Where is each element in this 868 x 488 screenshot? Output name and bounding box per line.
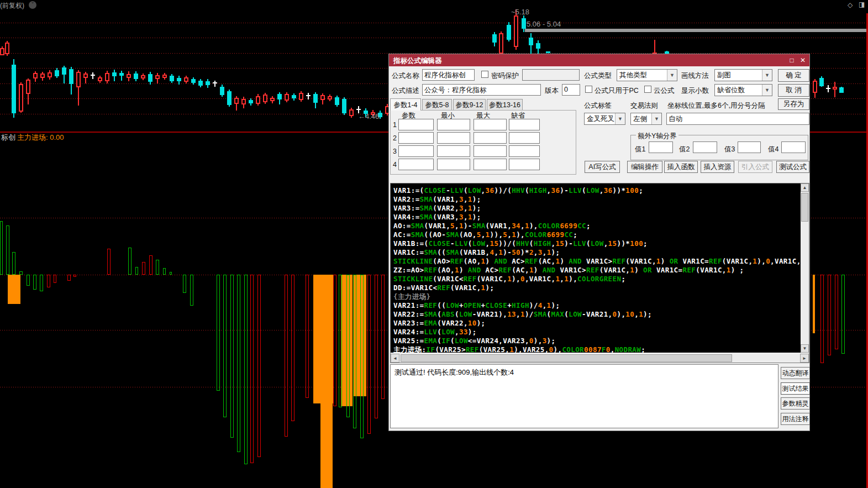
hist-bar-up — [217, 275, 220, 391]
cloud-formula-label: 云公式 — [654, 86, 675, 96]
param-cell-input[interactable] — [474, 119, 507, 130]
dropdown-arrow-icon[interactable]: ▼ — [615, 113, 625, 124]
save-as-button[interactable]: 另存为 — [778, 98, 809, 110]
hist-bar-down — [375, 275, 378, 418]
param-wizard-button[interactable]: 参数精灵 — [781, 397, 810, 410]
dialog-titlebar[interactable]: 指标公式编辑器 □ ✕ — [389, 54, 809, 66]
value2-input[interactable] — [693, 141, 717, 153]
trade-rule-select[interactable]: 左侧 ▼ — [630, 113, 662, 125]
axis-position-input[interactable]: 自动 — [666, 113, 809, 125]
param-cell-input[interactable] — [474, 132, 507, 144]
param-cell-input[interactable] — [437, 132, 470, 144]
candle-body-down — [134, 74, 138, 79]
param-cell-input[interactable] — [398, 119, 434, 130]
code-vertical-scrollbar[interactable]: ▲ ▼ — [801, 183, 809, 353]
close-icon[interactable]: ✕ — [798, 56, 807, 65]
ai-write-formula-button[interactable]: AI写公式 — [585, 161, 620, 173]
hist-bar-up — [339, 275, 342, 407]
dropdown-arrow-icon[interactable]: ▼ — [651, 113, 661, 124]
formula-desc-input[interactable]: 公众号：程序化指标 — [422, 84, 541, 96]
scroll-up-icon[interactable]: ▲ — [801, 183, 809, 192]
pc-only-checkbox[interactable] — [585, 86, 592, 93]
candle-body-down — [277, 94, 282, 99]
insert-function-button[interactable]: 插入函数 — [664, 161, 698, 173]
hist-bar-up — [841, 275, 845, 354]
hist-bar-up — [353, 275, 356, 428]
param-cell-input[interactable] — [509, 159, 540, 170]
minimize-icon[interactable]: □ — [787, 56, 796, 65]
horizontal-scroll-thumb[interactable] — [401, 354, 732, 362]
candle-body-up — [26, 80, 30, 94]
code-horizontal-scrollbar[interactable]: ◄ ► — [391, 354, 809, 363]
scroll-down-icon[interactable]: ▼ — [801, 344, 809, 353]
param-cell-input[interactable] — [509, 145, 540, 157]
edit-operation-button[interactable]: 编辑操作 — [627, 161, 662, 173]
hist-bar-up — [237, 275, 240, 452]
dropdown-arrow-icon[interactable]: ▼ — [762, 85, 772, 96]
usage-notes-button[interactable]: 用法注释 — [781, 413, 810, 425]
cloud-formula-checkbox[interactable] — [644, 86, 651, 93]
value3-input[interactable] — [738, 141, 761, 153]
hist-bar-down — [828, 275, 831, 355]
split-screen-icon[interactable]: ◨ — [859, 1, 865, 8]
param-cell-input[interactable] — [398, 159, 434, 170]
candle-body-up — [320, 95, 325, 100]
code-editor[interactable]: VAR1:=(CLOSE-LLV(LOW,36))/(HHV(HIGH,36)-… — [390, 183, 809, 363]
candle-body-up — [76, 72, 81, 87]
candle-body-up — [813, 81, 817, 93]
tab-params-1-4[interactable]: 参数1-4 — [390, 98, 421, 111]
formula-type-select[interactable]: 其他类型 ▼ — [617, 69, 677, 81]
candle-body-up — [514, 15, 518, 47]
param-cell-input[interactable] — [437, 159, 470, 170]
diamond-icon[interactable]: ◇ — [848, 1, 853, 9]
tab-params-5-8[interactable]: 参数5-8 — [422, 99, 452, 111]
candle-body-up — [499, 33, 503, 54]
formula-tag-select[interactable]: 金叉死叉 ▼ — [584, 113, 625, 125]
scroll-right-icon[interactable]: ► — [800, 354, 809, 363]
hist-bar-up — [135, 267, 138, 275]
scroll-left-icon[interactable]: ◄ — [391, 354, 399, 363]
tab-params-9-12[interactable]: 参数9-12 — [453, 99, 486, 111]
price-annotation: 5.06 - 5.04 — [527, 20, 593, 29]
test-formula-button[interactable]: 测试公式 — [776, 161, 809, 173]
candle-body-up — [5, 43, 9, 54]
insert-resource-button[interactable]: 插入资源 — [701, 161, 734, 173]
vertical-scroll-thumb[interactable] — [801, 193, 808, 222]
password-input[interactable] — [522, 69, 580, 81]
param-cell-input[interactable] — [474, 145, 507, 157]
decimals-select[interactable]: 缺省位数 ▼ — [714, 84, 772, 96]
value1-input[interactable] — [649, 141, 673, 153]
param-cell-input[interactable] — [437, 145, 470, 157]
password-protect-checkbox[interactable] — [481, 71, 488, 78]
param-cell-input[interactable] — [437, 119, 470, 130]
hist-bar-up — [156, 260, 159, 275]
version-input[interactable]: 0 — [562, 84, 580, 96]
param-cell-input[interactable] — [509, 132, 540, 144]
candle-body-up — [263, 95, 267, 102]
code-editor-text-area[interactable]: VAR1:=(CLOSE-LLV(LOW,36))/(HHV(HIGH,36)-… — [391, 183, 801, 353]
tab-params-13-16[interactable]: 参数13-16 — [487, 99, 523, 111]
price-annotation: ~5.18 — [511, 8, 577, 17]
candle-body-up — [234, 98, 239, 104]
param-cell-input[interactable] — [509, 119, 540, 130]
hist-bar-down — [54, 275, 56, 283]
dropdown-arrow-icon[interactable]: ▼ — [667, 70, 677, 81]
hist-bar-down — [47, 275, 50, 287]
cancel-button[interactable]: 取 消 — [778, 84, 809, 97]
chevron-down-badge-icon[interactable]: ˇ — [29, 1, 36, 9]
candle-body-down — [191, 79, 196, 83]
param-cell-input[interactable] — [398, 145, 434, 157]
param-cell-input[interactable] — [474, 159, 507, 170]
dropdown-arrow-icon[interactable]: ▼ — [762, 70, 772, 81]
param-cell-input[interactable] — [398, 132, 434, 144]
draw-method-select[interactable]: 副图 ▼ — [714, 69, 772, 81]
gridline — [0, 23, 868, 23]
candle-body-up — [19, 84, 23, 112]
test-result-button[interactable]: 测试结果 — [781, 382, 810, 395]
test-output-box[interactable]: 测试通过! 代码长度:909,输出线个数:4 — [390, 364, 778, 428]
dynamic-translate-button[interactable]: 动态翻译 — [781, 367, 810, 379]
value4-input[interactable] — [781, 141, 806, 153]
ok-button[interactable]: 确 定 — [778, 69, 809, 82]
candle-body-down — [507, 25, 511, 40]
formula-name-input[interactable]: 程序化指标创 — [422, 69, 475, 81]
